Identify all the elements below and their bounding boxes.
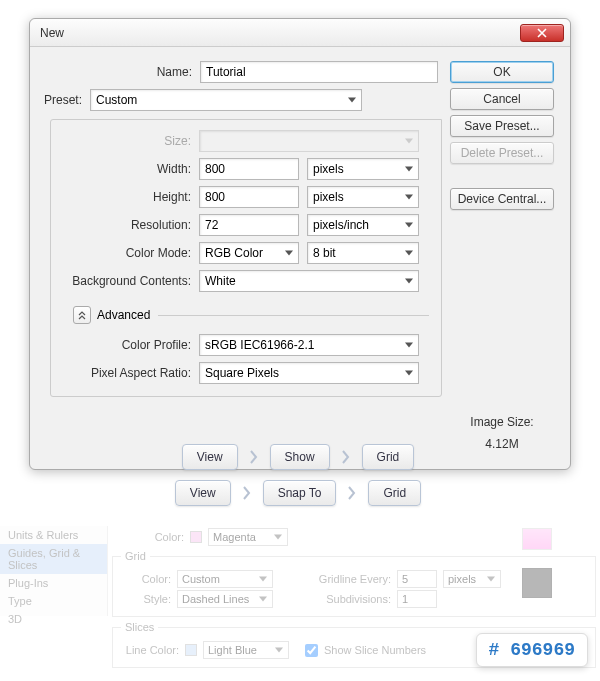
resolution-input[interactable] — [199, 214, 299, 236]
height-input[interactable] — [199, 186, 299, 208]
grid-legend: Grid — [121, 550, 150, 562]
grid-style-select[interactable] — [177, 590, 273, 608]
bg-label: Background Contents: — [59, 274, 199, 288]
colordepth-select[interactable] — [307, 242, 419, 264]
colormode-label: Color Mode: — [59, 246, 199, 260]
menu-grid[interactable]: Grid — [362, 444, 415, 470]
menu-show[interactable]: Show — [270, 444, 330, 470]
size-label: Size: — [59, 134, 199, 148]
device-central-button[interactable]: Device Central... — [450, 188, 554, 210]
menu-view[interactable]: View — [182, 444, 238, 470]
preset-select[interactable] — [90, 89, 362, 111]
subdiv-label: Subdivisions: — [313, 593, 391, 605]
resolution-unit-select[interactable] — [307, 214, 419, 236]
grid-color-label: Color: — [121, 573, 171, 585]
preset-fieldset: Size: Width: Height: — [50, 119, 442, 397]
grid-preview-swatch — [522, 568, 552, 598]
titlebar: New — [30, 19, 570, 47]
gridline-unit-select[interactable] — [443, 570, 501, 588]
cancel-button[interactable]: Cancel — [450, 88, 554, 110]
sidebar-item-units[interactable]: Units & Rulers — [0, 526, 107, 544]
linecolor-label: Line Color: — [121, 644, 179, 656]
menu-snapto[interactable]: Snap To — [263, 480, 337, 506]
image-size-value: 4.12M — [470, 437, 533, 451]
menu-view[interactable]: View — [175, 480, 231, 506]
delete-preset-button: Delete Preset... — [450, 142, 554, 164]
linecolor-select[interactable] — [203, 641, 289, 659]
button-column: OK Cancel Save Preset... Delete Preset..… — [446, 61, 558, 451]
subdiv-input[interactable] — [397, 590, 437, 608]
width-unit-select[interactable] — [307, 158, 419, 180]
chevron-right-icon — [346, 484, 358, 502]
magenta-preview-swatch — [522, 528, 552, 550]
divider — [158, 315, 429, 316]
close-button[interactable] — [520, 24, 564, 42]
prefs-sidebar: Units & Rulers Guides, Grid & Slices Plu… — [0, 526, 108, 616]
show-slice-numbers-checkbox[interactable] — [305, 644, 318, 657]
new-document-dialog: New Name: Preset: Size: — [29, 18, 571, 470]
save-preset-button[interactable]: Save Preset... — [450, 115, 554, 137]
guides-color-label: Color: — [134, 531, 184, 543]
lightblue-swatch-icon — [185, 644, 197, 656]
dialog-title: New — [40, 26, 64, 40]
bg-select[interactable] — [199, 270, 419, 292]
advanced-toggle[interactable] — [73, 306, 91, 324]
guides-color-select[interactable] — [208, 528, 288, 546]
sidebar-item-plugins[interactable]: Plug-Ins — [0, 574, 107, 592]
colorprofile-select[interactable] — [199, 334, 419, 356]
advanced-label: Advanced — [97, 308, 150, 322]
form-area: Name: Preset: Size: — [42, 61, 446, 451]
preset-label: Preset: — [34, 93, 90, 107]
close-icon — [537, 28, 547, 38]
gridline-label: Gridline Every: — [313, 573, 391, 585]
height-unit-select[interactable] — [307, 186, 419, 208]
menu-grid[interactable]: Grid — [368, 480, 421, 506]
size-select — [199, 130, 419, 152]
menu-path-hints: View Show Grid View Snap To Grid — [118, 444, 478, 516]
sidebar-item-guides[interactable]: Guides, Grid & Slices — [0, 544, 107, 574]
pixelaspect-label: Pixel Aspect Ratio: — [59, 366, 199, 380]
height-label: Height: — [59, 190, 199, 204]
width-input[interactable] — [199, 158, 299, 180]
name-input[interactable] — [200, 61, 438, 83]
colorprofile-label: Color Profile: — [59, 338, 199, 352]
width-label: Width: — [59, 162, 199, 176]
name-label: Name: — [42, 65, 200, 79]
chevron-right-icon — [248, 448, 260, 466]
image-size-label: Image Size: — [470, 415, 533, 429]
chevron-up-double-icon — [77, 310, 87, 320]
pixelaspect-select[interactable] — [199, 362, 419, 384]
sidebar-item-3d[interactable]: 3D — [0, 610, 107, 628]
gridline-input[interactable] — [397, 570, 437, 588]
sidebar-item-type[interactable]: Type — [0, 592, 107, 610]
resolution-label: Resolution: — [59, 218, 199, 232]
grid-style-label: Style: — [121, 593, 171, 605]
hex-color-callout: # 696969 — [476, 633, 588, 667]
show-slice-numbers-label: Show Slice Numbers — [324, 644, 426, 656]
magenta-swatch-icon — [190, 531, 202, 543]
ok-button[interactable]: OK — [450, 61, 554, 83]
slices-legend: Slices — [121, 621, 158, 633]
grid-color-select[interactable] — [177, 570, 273, 588]
chevron-right-icon — [340, 448, 352, 466]
chevron-right-icon — [241, 484, 253, 502]
colormode-select[interactable] — [199, 242, 299, 264]
